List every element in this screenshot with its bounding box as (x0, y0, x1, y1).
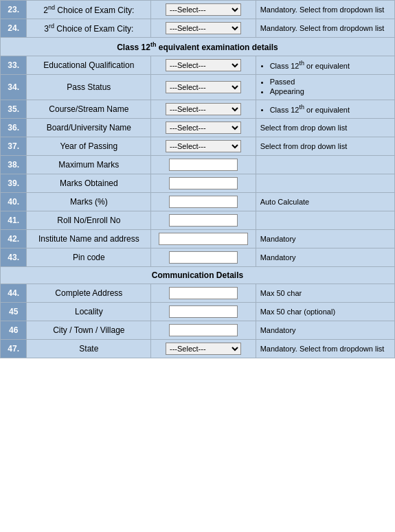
main-table: 23. 2nd Choice of Exam City: ---Select--… (0, 0, 395, 358)
table-row: 42. Institute Name and address Mandatory (1, 230, 395, 248)
complete-address-label: Complete Address (27, 284, 151, 303)
row-number: 38. (1, 156, 27, 174)
state-input-cell: ---Select--- (151, 340, 256, 358)
table-row: 43. Pin code Mandatory (1, 248, 395, 267)
pass-status-label: Pass Status (27, 75, 151, 100)
section-header-row: Class 12th equivalent examination detail… (1, 38, 395, 56)
max-marks-label: Maximum Marks (27, 156, 151, 174)
pass-status-info: Passed Appearing (256, 75, 394, 100)
exam-city-2-info: Mandatory. Select from dropdown list (256, 1, 394, 19)
row-number: 43. (1, 248, 27, 267)
table-row: 40. Marks (%) Auto Calculate (1, 193, 395, 211)
complete-address-info: Max 50 char (256, 284, 394, 303)
marks-percent-info: Auto Calculate (256, 193, 394, 211)
marks-obtained-input[interactable] (169, 177, 238, 189)
section-header-row: Communication Details (1, 267, 395, 284)
table-row: 45 Locality Max 50 char (optional) (1, 303, 395, 321)
pin-code-input[interactable] (169, 251, 238, 264)
pin-code-input-cell (151, 248, 256, 267)
board-university-input-cell: ---Select--- (151, 119, 256, 137)
pass-status-input-cell: ---Select--- (151, 75, 256, 100)
table-row: 24. 3rd Choice of Exam City: ---Select--… (1, 19, 395, 38)
pin-code-label: Pin code (27, 248, 151, 267)
table-row: 46 City / Town / Village Mandatory (1, 321, 395, 340)
complete-address-input[interactable] (169, 287, 238, 299)
table-row: 33. Educational Qualification ---Select-… (1, 56, 395, 75)
edu-qual-select[interactable]: ---Select--- (166, 59, 241, 71)
roll-no-label: Roll No/Enroll No (27, 211, 151, 230)
city-town-village-label: City / Town / Village (27, 321, 151, 340)
row-number: 40. (1, 193, 27, 211)
institute-name-info: Mandatory (256, 230, 394, 248)
row-number: 45 (1, 303, 27, 321)
marks-percent-input[interactable] (169, 196, 238, 208)
exam-city-2-select[interactable]: ---Select--- (166, 3, 241, 16)
max-marks-info (256, 156, 394, 174)
complete-address-input-cell (151, 284, 256, 303)
row-number: 33. (1, 56, 27, 75)
exam-city-3-input-cell: ---Select--- (151, 19, 256, 38)
institute-name-input-cell (151, 230, 256, 248)
row-number: 35. (1, 100, 27, 119)
state-select[interactable]: ---Select--- (166, 343, 241, 355)
exam-city-3-select[interactable]: ---Select--- (166, 22, 241, 34)
row-number: 37. (1, 137, 27, 156)
row-number: 34. (1, 75, 27, 100)
edu-qual-input-cell: ---Select--- (151, 56, 256, 75)
exam-city-2-label: 2nd Choice of Exam City: (27, 1, 151, 19)
year-passing-input-cell: ---Select--- (151, 137, 256, 156)
institute-name-label: Institute Name and address (27, 230, 151, 248)
pin-code-info: Mandatory (256, 248, 394, 267)
locality-info: Max 50 char (optional) (256, 303, 394, 321)
marks-percent-input-cell (151, 193, 256, 211)
table-row: 36. Board/University Name ---Select--- S… (1, 119, 395, 137)
marks-obtained-info (256, 174, 394, 193)
table-row: 23. 2nd Choice of Exam City: ---Select--… (1, 1, 395, 19)
row-number: 24. (1, 19, 27, 38)
table-row: 39. Marks Obtained (1, 174, 395, 193)
year-passing-info: Select from drop down list (256, 137, 394, 156)
roll-no-input-cell (151, 211, 256, 230)
table-row: 34. Pass Status ---Select--- Passed Appe… (1, 75, 395, 100)
table-row: 41. Roll No/Enroll No (1, 211, 395, 230)
table-row: 47. State ---Select--- Mandatory. Select… (1, 340, 395, 358)
board-university-select[interactable]: ---Select--- (166, 122, 241, 134)
table-row: 37. Year of Passing ---Select--- Select … (1, 137, 395, 156)
board-university-label: Board/University Name (27, 119, 151, 137)
row-number: 42. (1, 230, 27, 248)
course-stream-info: Class 12th or equivalent (256, 100, 394, 119)
edu-qual-info: Class 12th or equivalent (256, 56, 394, 75)
table-row: 35. Course/Stream Name ---Select--- Clas… (1, 100, 395, 119)
max-marks-input-cell (151, 156, 256, 174)
locality-input[interactable] (169, 305, 238, 318)
row-number: 36. (1, 119, 27, 137)
row-number: 44. (1, 284, 27, 303)
row-number: 39. (1, 174, 27, 193)
edu-qual-label: Educational Qualification (27, 56, 151, 75)
year-passing-select[interactable]: ---Select--- (166, 140, 241, 152)
city-town-village-info: Mandatory (256, 321, 394, 340)
course-stream-label: Course/Stream Name (27, 100, 151, 119)
city-town-village-input[interactable] (169, 324, 238, 336)
row-number: 41. (1, 211, 27, 230)
course-stream-select[interactable]: ---Select--- (166, 103, 241, 115)
state-info: Mandatory. Select from dropdown list (256, 340, 394, 358)
row-number: 46 (1, 321, 27, 340)
state-label: State (27, 340, 151, 358)
roll-no-info (256, 211, 394, 230)
roll-no-input[interactable] (169, 214, 238, 227)
table-row: 44. Complete Address Max 50 char (1, 284, 395, 303)
pass-status-select[interactable]: ---Select--- (166, 81, 241, 93)
institute-name-input[interactable] (159, 233, 248, 245)
locality-input-cell (151, 303, 256, 321)
row-number: 47. (1, 340, 27, 358)
section2-header: Communication Details (1, 267, 395, 284)
city-town-village-input-cell (151, 321, 256, 340)
marks-percent-label: Marks (%) (27, 193, 151, 211)
row-number: 23. (1, 1, 27, 19)
table-row: 38. Maximum Marks (1, 156, 395, 174)
marks-obtained-label: Marks Obtained (27, 174, 151, 193)
locality-label: Locality (27, 303, 151, 321)
max-marks-input[interactable] (169, 159, 238, 171)
exam-city-3-info: Mandatory. Select from dropdown list (256, 19, 394, 38)
